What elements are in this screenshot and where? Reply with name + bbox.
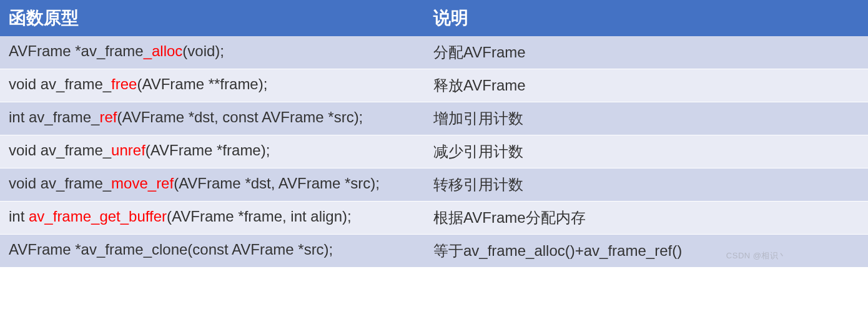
cell-description: 分配AVFrame	[425, 36, 868, 69]
proto-highlight: move_ref	[111, 175, 174, 192]
table-row: AVFrame *av_frame_clone(const AVFrame *s…	[0, 235, 868, 268]
cell-prototype: void av_frame_free(AVFrame **frame);	[0, 69, 425, 102]
table-row: int av_frame_get_buffer(AVFrame *frame, …	[0, 202, 868, 235]
proto-highlight: av_frame_get_buffer	[29, 208, 167, 225]
proto-highlight: free	[111, 76, 137, 92]
proto-text: AVFrame *av_frame	[9, 42, 144, 59]
cell-description: 减少引用计数	[425, 135, 868, 168]
table-row: void av_frame_free(AVFrame **frame); 释放A…	[0, 69, 868, 102]
cell-prototype: void av_frame_unref(AVFrame *frame);	[0, 135, 425, 168]
cell-description: 增加引用计数	[425, 102, 868, 135]
table-row: int av_frame_ref(AVFrame *dst, const AVF…	[0, 102, 868, 135]
proto-text: int	[9, 208, 29, 225]
proto-highlight: _alloc	[144, 42, 183, 59]
header-description: 说明	[425, 0, 868, 36]
proto-text: (AVFrame **frame);	[137, 76, 267, 92]
cell-prototype: AVFrame *av_frame_clone(const AVFrame *s…	[0, 235, 425, 268]
proto-highlight: unref	[111, 142, 145, 158]
table-row: AVFrame *av_frame_alloc(void); 分配AVFrame	[0, 36, 868, 69]
cell-prototype: AVFrame *av_frame_alloc(void);	[0, 36, 425, 69]
table-row: void av_frame_unref(AVFrame *frame); 减少引…	[0, 135, 868, 168]
proto-text: void av_frame_	[9, 175, 111, 192]
cell-prototype: void av_frame_move_ref(AVFrame *dst, AVF…	[0, 168, 425, 202]
cell-description: 释放AVFrame	[425, 69, 868, 102]
proto-text: AVFrame *av_frame_clone(const AVFrame *s…	[9, 241, 333, 258]
cell-description: 根据AVFrame分配内存	[425, 202, 868, 235]
proto-text: (AVFrame *frame, int align);	[167, 208, 352, 225]
proto-text: (AVFrame *dst, AVFrame *src);	[174, 175, 380, 192]
proto-text: (void);	[182, 42, 224, 59]
table-row: void av_frame_move_ref(AVFrame *dst, AVF…	[0, 168, 868, 202]
api-table: 函数原型 说明 AVFrame *av_frame_alloc(void); 分…	[0, 0, 868, 268]
table-body: AVFrame *av_frame_alloc(void); 分配AVFrame…	[0, 36, 868, 268]
proto-text: void av_frame_	[9, 142, 111, 158]
cell-prototype: int av_frame_ref(AVFrame *dst, const AVF…	[0, 102, 425, 135]
cell-description: 转移引用计数	[425, 168, 868, 202]
proto-text: void av_frame_	[9, 76, 111, 92]
cell-prototype: int av_frame_get_buffer(AVFrame *frame, …	[0, 202, 425, 235]
cell-description: 等于av_frame_alloc()+av_frame_ref()	[425, 235, 868, 268]
proto-text: int av_frame_	[9, 109, 99, 125]
proto-text: (AVFrame *frame);	[145, 142, 270, 158]
proto-text: (AVFrame *dst, const AVFrame *src);	[117, 109, 363, 125]
table-header-row: 函数原型 说明	[0, 0, 868, 36]
proto-highlight: ref	[99, 109, 117, 125]
header-prototype: 函数原型	[0, 0, 425, 36]
